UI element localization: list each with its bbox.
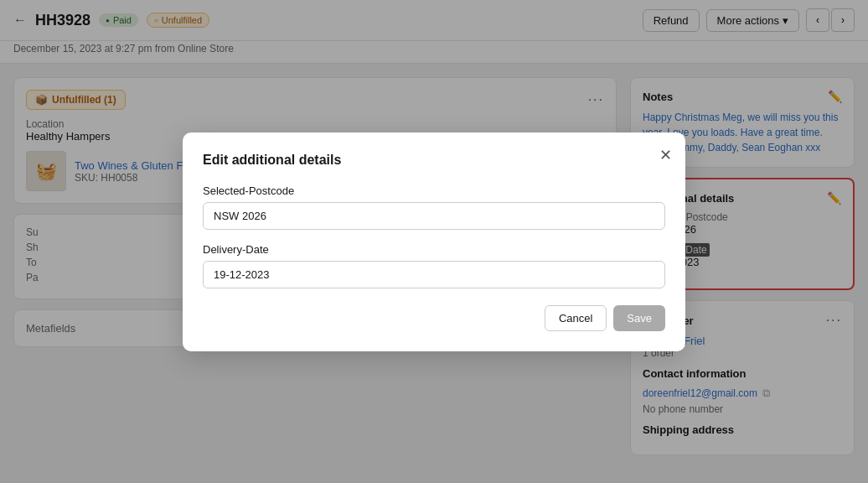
postcode-input[interactable] [203,202,665,230]
modal-close-button[interactable]: ✕ [659,146,672,164]
postcode-form-group: Selected-Postcode [203,184,665,230]
delivery-input[interactable] [203,261,665,288]
modal-title: Edit additional details [203,153,665,168]
edit-additional-details-modal: Edit additional details ✕ Selected-Postc… [183,132,685,351]
modal-footer: Cancel Save [203,305,665,331]
postcode-form-label: Selected-Postcode [203,184,665,197]
cancel-button[interactable]: Cancel [545,305,607,331]
delivery-form-label: Delivery-Date [203,243,665,256]
delivery-form-group: Delivery-Date [203,243,665,288]
modal-overlay: Edit additional details ✕ Selected-Postc… [0,0,868,483]
save-button[interactable]: Save [613,305,665,331]
